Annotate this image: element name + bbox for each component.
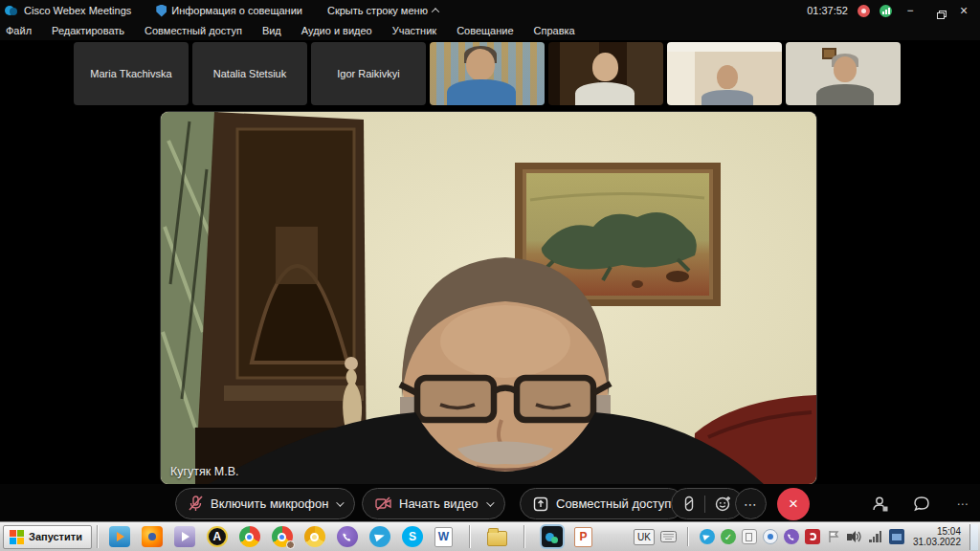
firefox-globe bbox=[148, 533, 156, 540]
share-screen-icon bbox=[533, 496, 548, 512]
participant-face bbox=[592, 53, 618, 81]
skype-icon[interactable]: S bbox=[402, 526, 423, 547]
phone-glyph bbox=[342, 532, 352, 542]
recording-indicator-icon[interactable] bbox=[858, 5, 870, 17]
telegram-icon[interactable] bbox=[369, 526, 390, 547]
taskbar-separator bbox=[469, 525, 471, 548]
powerpoint-letter: P bbox=[579, 530, 587, 543]
profile-badge bbox=[286, 540, 295, 549]
aimp-letter: A bbox=[213, 530, 222, 543]
network-tray-icon[interactable] bbox=[868, 529, 883, 544]
viber-icon[interactable] bbox=[337, 526, 358, 547]
viber-tray-icon[interactable] bbox=[784, 529, 799, 544]
meeting-info-button[interactable]: Информация о совещании bbox=[156, 5, 302, 17]
flag-glyph bbox=[828, 530, 839, 543]
chevron-down-icon[interactable] bbox=[486, 498, 494, 506]
menu-edit[interactable]: Редактировать bbox=[52, 25, 124, 36]
antivirus-check-tray-icon[interactable]: ✓ bbox=[721, 529, 736, 544]
media-player-icon[interactable] bbox=[109, 526, 130, 547]
file-manager-icon[interactable] bbox=[487, 531, 507, 546]
eye-tray-icon[interactable] bbox=[763, 529, 778, 544]
recorder-icon[interactable] bbox=[683, 496, 695, 512]
firefox-icon[interactable] bbox=[142, 526, 163, 547]
chrome-canary-icon[interactable] bbox=[304, 526, 325, 547]
keyboard-tray-icon[interactable] bbox=[660, 531, 677, 542]
sound-waves bbox=[856, 531, 861, 542]
more-options-button[interactable]: ⋯ bbox=[735, 488, 767, 519]
start-video-button[interactable]: Начать видео bbox=[362, 488, 505, 519]
volume-tray-icon[interactable] bbox=[847, 529, 862, 544]
main-speaker-video[interactable]: Кугутяк М.В. bbox=[161, 112, 816, 484]
eye-pupil bbox=[768, 534, 773, 540]
check-glyph: ✓ bbox=[724, 532, 732, 542]
kmplayer-icon[interactable] bbox=[174, 526, 195, 547]
menu-audio-video[interactable]: Аудио и видео bbox=[301, 25, 372, 36]
share-content-button[interactable]: Совместный доступ bbox=[520, 488, 684, 519]
participant-face bbox=[834, 56, 857, 82]
desktop-screen: Cisco Webex Meetings Информация о совеща… bbox=[0, 0, 980, 551]
participant-thumbnail-video[interactable] bbox=[548, 42, 663, 105]
participant-body bbox=[702, 90, 753, 105]
signal-bars-glyph bbox=[869, 531, 881, 542]
menu-help[interactable]: Справка bbox=[534, 25, 575, 36]
participant-name: Natalia Stetsiuk bbox=[192, 42, 307, 105]
share-content-label: Совместный доступ bbox=[556, 496, 671, 511]
menu-participant[interactable]: Участник bbox=[392, 25, 436, 36]
record-reactions-group bbox=[671, 488, 744, 519]
unmute-button[interactable]: Включить микрофон bbox=[175, 488, 355, 519]
language-indicator[interactable]: UK bbox=[634, 529, 655, 545]
flag-tray-icon[interactable] bbox=[826, 529, 841, 544]
powerpoint-icon[interactable]: P bbox=[574, 527, 592, 547]
minimize-button[interactable]: − bbox=[902, 4, 919, 17]
menu-meeting[interactable]: Совещание bbox=[457, 25, 513, 36]
chat-icon bbox=[912, 495, 931, 514]
chrome-profile-icon[interactable] bbox=[272, 526, 293, 547]
chat-panel-button[interactable] bbox=[910, 493, 933, 516]
clipboard-tray-icon[interactable] bbox=[742, 529, 757, 544]
menubar: Файл Редактировать Совместный доступ Вид… bbox=[0, 21, 980, 40]
telegram-tray-icon[interactable] bbox=[700, 529, 715, 544]
window-titlebar: Cisco Webex Meetings Информация о совеща… bbox=[0, 0, 980, 21]
reactions-icon[interactable] bbox=[715, 496, 731, 512]
participant-thumbnail-audio[interactable]: Igor Raikivkyi bbox=[311, 42, 426, 105]
chrome-icon[interactable] bbox=[239, 526, 260, 547]
taskbar-separator bbox=[687, 527, 689, 546]
red-app-tray-icon[interactable] bbox=[805, 529, 820, 544]
windows-logo-icon bbox=[10, 530, 24, 544]
more-panels-button[interactable]: ⋯ bbox=[951, 493, 974, 516]
show-desktop-button[interactable] bbox=[969, 524, 978, 550]
participant-face bbox=[466, 49, 495, 80]
menu-share[interactable]: Совместный доступ bbox=[145, 25, 242, 36]
participant-thumbnail-video[interactable] bbox=[786, 42, 901, 105]
unmute-label: Включить микрофон bbox=[211, 496, 328, 511]
participant-thumbnail-audio[interactable]: Natalia Stetsiuk bbox=[192, 42, 307, 105]
mic-muted-icon bbox=[189, 496, 203, 512]
leave-meeting-button[interactable]: × bbox=[777, 488, 810, 520]
word-icon[interactable]: W bbox=[434, 527, 453, 547]
camera-off-icon bbox=[375, 496, 391, 511]
webex-taskbar-icon[interactable] bbox=[542, 526, 563, 547]
paper-plane-glyph bbox=[374, 532, 386, 542]
chevron-down-icon[interactable] bbox=[337, 498, 345, 506]
participant-thumbnail-video[interactable] bbox=[667, 42, 782, 105]
menu-file[interactable]: Файл bbox=[6, 25, 32, 36]
participant-name: Igor Raikivkyi bbox=[311, 42, 426, 105]
speaker-glyph bbox=[847, 534, 852, 540]
participant-body bbox=[447, 79, 516, 105]
participant-thumbnail-video[interactable] bbox=[430, 42, 545, 105]
menu-view[interactable]: Вид bbox=[262, 25, 281, 36]
start-label: Запустити bbox=[29, 531, 82, 542]
taskbar-clock[interactable]: 15:04 31.03.2022 bbox=[910, 526, 964, 547]
close-button[interactable]: × bbox=[955, 3, 972, 18]
aimp-icon[interactable]: A bbox=[207, 526, 228, 547]
start-button[interactable]: Запустити bbox=[3, 525, 92, 549]
shield-icon bbox=[156, 5, 167, 17]
connection-health-icon[interactable] bbox=[880, 5, 892, 17]
divider bbox=[704, 496, 705, 513]
participant-thumbnail-audio[interactable]: Maria Tkachivska bbox=[74, 42, 189, 105]
window-title: Cisco Webex Meetings bbox=[24, 5, 131, 16]
participants-panel-button[interactable] bbox=[869, 493, 892, 516]
display-tray-icon[interactable] bbox=[889, 529, 904, 544]
webex-circle-green bbox=[551, 537, 558, 543]
hide-menu-button[interactable]: Скрыть строку меню bbox=[327, 5, 438, 16]
